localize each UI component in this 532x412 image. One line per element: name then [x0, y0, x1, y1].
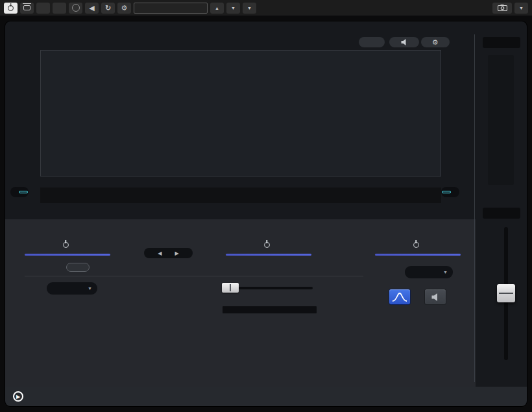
arrow-left-icon: ◀ [89, 5, 94, 12]
gear-icon: ⚙ [121, 5, 128, 12]
gear-icon: ⚙ [432, 39, 439, 46]
up-triangle-icon: ▲ [215, 6, 219, 10]
chevron-down-icon: ▼ [88, 286, 97, 291]
spectrum-audition-button[interactable] [389, 37, 419, 47]
bypass-button[interactable] [20, 3, 34, 14]
frequency-axis [40, 178, 441, 186]
screen: ◀ ↻ ⚙ ▲ ▼ ▼ ▼ ⚙ [0, 0, 532, 412]
dropdown-caret-icon: ▼ [247, 6, 252, 10]
plugin-footer: ▶ [5, 387, 527, 406]
chevron-down-icon: ▼ [443, 270, 453, 274]
band-tabs [6, 208, 474, 219]
db-axis-left [6, 27, 39, 189]
speaker-icon [431, 293, 440, 301]
sidechain-header[interactable] [375, 242, 461, 248]
down-triangle-icon: ▼ [231, 6, 236, 10]
camera-icon [498, 5, 507, 11]
level-meter [488, 55, 514, 185]
panel-divider [25, 276, 363, 276]
keys-toggle[interactable] [10, 187, 29, 197]
rotate-icon: ↻ [105, 5, 111, 12]
power-icon [413, 242, 419, 248]
eq-band-header[interactable] [25, 242, 110, 248]
view-multi-option[interactable] [451, 191, 459, 193]
a-icon [72, 4, 80, 12]
channel-selector[interactable]: ◀▶ [144, 248, 193, 258]
meter-column-divider [474, 34, 475, 382]
output-level-readout [483, 208, 520, 219]
speaker-icon [401, 39, 408, 45]
keys-on-option[interactable] [19, 191, 28, 193]
filter-type-dropdown[interactable]: ▼ [47, 282, 97, 295]
view-single-option[interactable] [442, 191, 451, 193]
gain-reduction-readout [483, 37, 520, 48]
threshold-slider[interactable] [222, 280, 313, 297]
plugin-power-button[interactable] [4, 3, 18, 14]
bypass-icon [23, 5, 30, 10]
power-icon [8, 5, 14, 11]
power-icon [264, 242, 270, 248]
snapshot-button[interactable] [492, 3, 512, 14]
dropdown-caret-icon: ▼ [519, 6, 524, 10]
band-edit-panel: ◀▶ ▼ [5, 219, 476, 387]
prev-channel-icon[interactable]: ◀ [158, 250, 162, 256]
band-markers-layer [41, 51, 441, 176]
sidechain-underline [375, 254, 461, 256]
view-toggle[interactable] [441, 187, 459, 197]
eq-band-underline [25, 254, 110, 256]
automation-a-button[interactable] [69, 3, 82, 14]
steinberg-logo-icon: ▶ [13, 391, 23, 402]
reset-button[interactable] [359, 37, 385, 47]
listen-button[interactable] [425, 289, 446, 304]
power-icon [63, 242, 69, 248]
previous-preset-button[interactable]: ▲ [210, 3, 224, 14]
side-panel-button[interactable]: ◀ [85, 3, 99, 14]
preset-field[interactable] [134, 3, 208, 14]
read-automation-button[interactable] [36, 3, 50, 14]
transfer-button[interactable]: ↻ [101, 3, 115, 14]
sidechain-input-dropdown[interactable]: ▼ [405, 266, 453, 278]
next-channel-icon[interactable]: ▶ [175, 250, 179, 256]
frequency-plugin-window: ⚙ ◀▶ [5, 21, 527, 406]
settings-button[interactable]: ⚙ [117, 3, 131, 14]
output-fader [477, 226, 527, 365]
eq-display[interactable] [40, 50, 441, 176]
preset-menu-button[interactable]: ▼ [243, 3, 256, 14]
write-automation-button[interactable] [53, 3, 66, 14]
dynamics-underline [226, 254, 311, 256]
db-axis-right [444, 27, 462, 189]
threshold-handle[interactable] [222, 283, 239, 293]
linear-phase-button[interactable] [66, 263, 90, 272]
window-menu-button[interactable]: ▼ [514, 3, 528, 14]
bell-curve-icon [392, 293, 407, 302]
host-toolbar: ◀ ↻ ⚙ ▲ ▼ ▼ ▼ [0, 0, 532, 16]
dynamics-input-meter [223, 306, 317, 313]
fader-handle[interactable] [497, 284, 515, 302]
auto-threshold-button[interactable] [389, 289, 410, 304]
keys-off-option[interactable] [11, 191, 19, 193]
next-preset-button[interactable]: ▼ [226, 3, 240, 14]
display-settings-button[interactable]: ⚙ [421, 37, 450, 47]
dynamics-header[interactable] [226, 242, 311, 248]
piano-keyboard[interactable] [40, 188, 441, 203]
